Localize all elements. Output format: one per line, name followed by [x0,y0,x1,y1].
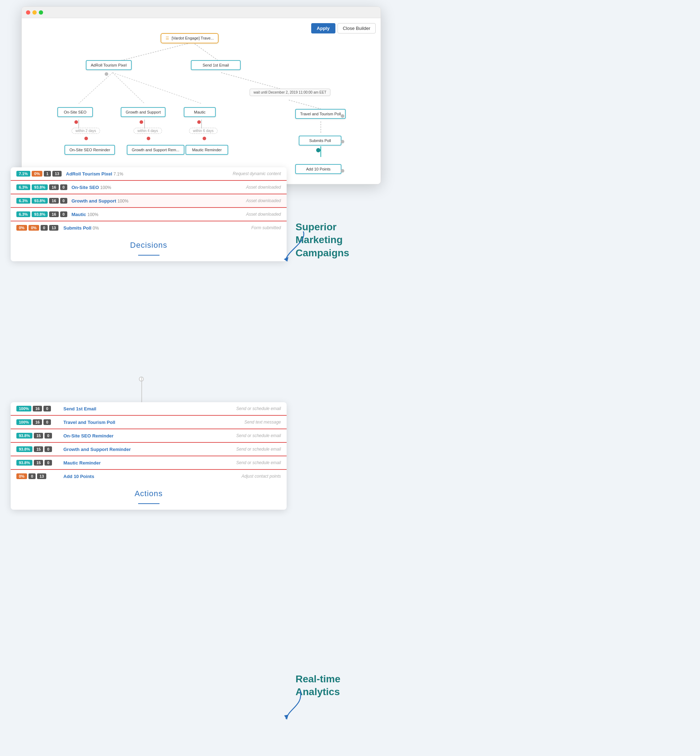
badge-send1st-2: 16 [33,406,42,412]
badge-adroll-2: 0% [32,171,42,176]
gray-dot-submits [341,140,344,143]
connector-line [141,377,142,406]
badges-mauticrem: 93.8% 15 0 [16,460,59,466]
badge-add10-1: 0% [16,473,27,479]
onsiteseo-node[interactable]: On-Site SEO [57,107,93,117]
actions-row-onsiterem: 93.8% 15 0 On-Site SEO Reminder Send or … [11,429,287,443]
mautic-node[interactable]: Mautic [184,107,216,117]
browser-titlebar [22,7,381,18]
badges-onsiterem: 93.8% 15 0 [16,433,59,438]
actions-row-name-mauticrem: Mautic Reminder [63,460,220,466]
badges-growthrem: 93.8% 15 0 [16,446,59,452]
badges-add10: 0% 0 13 [16,473,59,479]
traffic-light-green[interactable] [39,10,43,15]
red-dot-mautic [197,120,201,124]
superior-arrow [282,228,311,265]
within2-connector: within 2 days [72,128,100,134]
decisions-row-desc-onsiteseo: Asset downloaded [224,185,281,190]
actions-row-desc-travelpoll: Send text message [224,420,281,425]
actions-rows: 100% 16 0 Send 1st Email Send or schedul… [11,402,287,483]
svg-line-5 [112,73,202,104]
red-dot-growth [139,120,143,124]
browser-window: Apply Close Builder ☰ [Vardot Engage] Tr… [21,6,381,184]
badge-submits-1: 0% [16,225,27,231]
within4-label: within 4 days [138,129,158,133]
decisions-row-desc-mautic: Asset downloaded [224,212,281,217]
adroll-node[interactable]: AdRoll Tourism Pixel [86,60,132,70]
actions-row-name-growthrem: Growth and Support Reminder [63,447,220,452]
onsiterem-label: On-Site SEO Reminder [69,148,110,152]
growth-label: Growth and Support [126,110,161,114]
decisions-row-adroll: 7.1% 0% 1 13 AdRoll Tourism Pixel 7.1% R… [11,167,287,181]
badge-adroll-3: 1 [44,171,51,176]
within6-label: within 6 days [193,129,214,133]
decisions-panel: 7.1% 0% 1 13 AdRoll Tourism Pixel 7.1% R… [11,167,287,261]
badge-growthrem-2: 15 [34,446,43,452]
red-dot-onsiteseo [74,120,78,124]
apply-button[interactable]: Apply [311,23,335,33]
growthrem-node[interactable]: Growth and Support Rem... [127,145,184,155]
root-node[interactable]: ☰ [Vardot Engage] Trave... [161,33,219,44]
traffic-lights [26,10,43,15]
close-builder-button[interactable]: Close Builder [338,23,376,33]
submits-poll-node[interactable]: Submits Poll [299,136,341,146]
within2-label: within 2 days [75,129,96,133]
growth-node[interactable]: Growth and Support [121,107,166,117]
actions-panel: 100% 16 0 Send 1st Email Send or schedul… [11,402,287,510]
badge-submits-2: 0% [28,225,39,231]
actions-row-name-add10: Add 10 Points [63,474,220,479]
decisions-row-growth: 6.3% 93.8% 16 0 Growth and Support 100% … [11,194,287,208]
badge-onsiterem-1: 93.8% [16,433,33,438]
add10-node[interactable]: Add 10 Points [295,164,341,174]
badge-onsiteseo-1: 6.3% [16,184,30,190]
onsiteseo-label: On-Site SEO [64,110,86,114]
gray-dot-travel [341,114,344,118]
decisions-rows: 7.1% 0% 1 13 AdRoll Tourism Pixel 7.1% R… [11,167,287,234]
badge-onsiteseo-2: 93.8% [32,184,48,190]
decisions-title: Decisions [11,234,287,255]
badge-mautic-3: 16 [49,211,58,217]
badges-send1st: 100% 16 0 [16,406,59,412]
badge-submits-4: 13 [49,225,58,231]
decisions-row-submits: 0% 0% 0 13 Submits Poll 0% Form submitte… [11,221,287,234]
decisions-row-name-mautic: Mautic 100% [72,212,220,217]
root-node-label: [Vardot Engage] Trave... [172,36,214,40]
canvas-buttons: Apply Close Builder [311,23,376,33]
teal-dot-submits [316,148,320,152]
traffic-light-red[interactable] [26,10,30,15]
traffic-light-yellow[interactable] [33,10,37,15]
red-dot-within6 [203,137,206,140]
actions-row-growthrem: 93.8% 15 0 Growth and Support Reminder S… [11,443,287,456]
travel-poll-label: Travel and Tourism Poll [300,112,341,116]
decisions-row-desc-submits: Form submitted [224,225,281,230]
badge-add10-2: 0 [28,473,36,479]
actions-row-desc-send1st: Send or schedule email [224,406,281,411]
onsiterem-node[interactable]: On-Site SEO Reminder [64,145,115,155]
submits-poll-label: Submits Poll [309,139,331,143]
actions-title: Actions [11,483,287,503]
actions-row-desc-onsiterem: Send or schedule email [224,433,281,438]
decisions-row-desc-adroll: Request dynamic content [224,171,281,176]
actions-row-send1st: 100% 16 0 Send 1st Email Send or schedul… [11,402,287,416]
actions-row-name-send1st: Send 1st Email [63,406,220,412]
send1st-label: Send 1st Email [203,63,229,67]
svg-line-4 [112,73,145,104]
badge-onsiterem-3: 0 [44,433,52,438]
wait-node: wait until December 2, 2019 11:00:00 am … [250,89,330,96]
badge-adroll-1: 7.1% [16,171,30,176]
mauticrem-node[interactable]: Mautic Reminder [186,145,228,155]
badges-mautic: 6.3% 93.8% 16 0 [16,211,67,217]
gray-dot-add10 [341,169,344,173]
decisions-row-name-onsiteseo: On-Site SEO 100% [72,185,220,190]
badge-travelpoll-3: 0 [44,419,50,425]
badge-mauticrem-3: 0 [44,460,52,466]
travel-poll-node[interactable]: Travel and Tourism Poll [295,109,346,119]
decisions-row-name-submits: Submits Poll 0% [63,225,220,231]
add10-label: Add 10 Points [306,167,331,171]
actions-title-underline [138,503,159,504]
realtime-arrow [281,687,309,724]
wait-label: wait until December 2, 2019 11:00:00 am … [253,90,327,94]
send1st-node[interactable]: Send 1st Email [191,60,241,70]
actions-row-desc-add10: Adjust contact points [224,474,281,479]
badge-add10-3: 13 [37,473,46,479]
